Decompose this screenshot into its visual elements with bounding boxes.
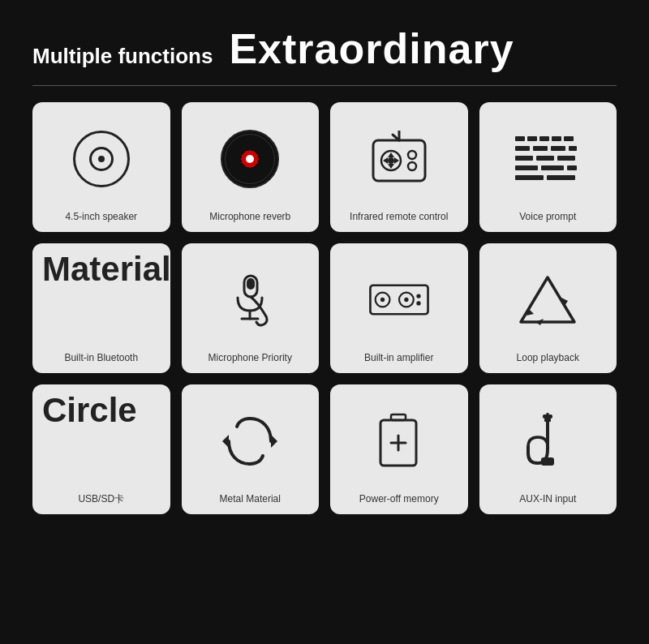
speaker-icon-wrapper: [39, 110, 164, 208]
card-circle: Circle USB/SD卡: [32, 384, 170, 514]
material-text: Material: [42, 250, 170, 289]
voice-prompt-label: Voice prompt: [519, 211, 576, 222]
material-label: Built-in Bluetooth: [64, 352, 138, 363]
circle-text: Circle: [42, 391, 137, 430]
card-aux: AUX-IN input: [479, 384, 617, 514]
amplifier-icon: [367, 277, 432, 322]
aux-label: AUX-IN input: [519, 493, 576, 504]
microphone-icon: [221, 272, 278, 328]
large-title: Extraordinary: [229, 24, 514, 73]
aux-icon: [523, 413, 572, 470]
circular-arrows-icon: [221, 412, 279, 470]
svg-rect-12: [527, 136, 537, 141]
svg-point-36: [404, 298, 408, 302]
svg-rect-26: [515, 175, 544, 180]
svg-rect-11: [515, 136, 525, 141]
speaker-dot: [98, 156, 105, 162]
circle-label: USB/SD卡: [78, 493, 124, 504]
svg-marker-7: [394, 157, 399, 164]
equalizer-icon: [511, 132, 584, 185]
svg-rect-24: [541, 165, 564, 170]
card-material: Material Built-in Bluetooth: [32, 243, 170, 373]
amplifier-icon-wrapper: [337, 251, 462, 349]
equalizer-icon-wrapper: [486, 110, 611, 208]
battery-icon: [376, 413, 421, 470]
svg-marker-42: [271, 435, 277, 448]
svg-rect-13: [539, 136, 549, 141]
features-grid: 4.5-inch speaker Microphone reverb: [0, 102, 649, 514]
loop-label: Loop playback: [517, 352, 579, 363]
svg-rect-15: [564, 136, 574, 141]
card-metal: Metal Material: [182, 384, 320, 514]
remote-icon: [367, 131, 432, 187]
svg-rect-22: [557, 156, 575, 161]
battery-label: Power-off memory: [359, 493, 439, 504]
vinyl-record-icon: [221, 130, 279, 188]
card-infrared: Infrared remote control: [330, 102, 468, 232]
card-voice-prompt: Voice prompt: [479, 102, 617, 232]
svg-marker-43: [222, 435, 229, 448]
remote-icon-wrapper: [337, 110, 462, 208]
card-mic-reverb: Microphone reverb: [182, 102, 320, 232]
svg-point-38: [416, 302, 420, 306]
svg-rect-25: [567, 165, 577, 170]
svg-rect-18: [551, 146, 565, 151]
svg-point-37: [416, 294, 420, 298]
card-battery: Power-off memory: [330, 384, 468, 514]
speaker-inner-ring: [89, 147, 114, 171]
vinyl-center: [246, 155, 254, 163]
speaker-label: 4.5-inch speaker: [65, 211, 137, 222]
card-loop: Loop playback: [479, 243, 617, 373]
svg-rect-17: [533, 146, 548, 151]
svg-marker-6: [383, 157, 388, 164]
svg-point-8: [408, 151, 416, 159]
svg-rect-19: [569, 146, 577, 151]
svg-marker-5: [388, 164, 394, 169]
metal-label: Metal Material: [220, 493, 281, 504]
vinyl-icon-wrapper: [188, 110, 313, 208]
svg-rect-20: [515, 156, 533, 161]
svg-rect-14: [552, 136, 561, 141]
divider: [32, 85, 617, 86]
mic-priority-label: Microphone Priority: [208, 352, 292, 363]
card-speaker: 4.5-inch speaker: [32, 102, 170, 232]
amplifier-label: Built-in amplifier: [364, 352, 433, 363]
svg-rect-50: [541, 457, 554, 466]
card-amplifier: Built-in amplifier: [330, 243, 468, 373]
svg-rect-21: [536, 156, 554, 161]
svg-point-34: [380, 298, 385, 302]
svg-point-9: [408, 162, 416, 170]
svg-rect-23: [515, 165, 538, 170]
speaker-outer-ring: [73, 131, 130, 187]
loop-icon-wrapper: [486, 251, 611, 349]
header: Multiple functions Extraordinary: [0, 0, 649, 85]
battery-icon-wrapper: [337, 393, 462, 490]
small-title: Multiple functions: [32, 44, 213, 69]
infrared-label: Infrared remote control: [350, 211, 448, 222]
svg-rect-29: [247, 278, 255, 290]
microphone-icon-wrapper: [188, 251, 313, 349]
svg-rect-27: [547, 175, 575, 180]
svg-point-10: [388, 157, 394, 164]
metal-icon-wrapper: [188, 393, 313, 490]
svg-marker-4: [388, 152, 394, 157]
card-mic-priority: Microphone Priority: [182, 243, 320, 373]
aux-icon-wrapper: [486, 393, 611, 490]
loop-icon: [518, 273, 578, 326]
svg-rect-16: [515, 146, 530, 151]
mic-reverb-label: Microphone reverb: [209, 211, 290, 222]
